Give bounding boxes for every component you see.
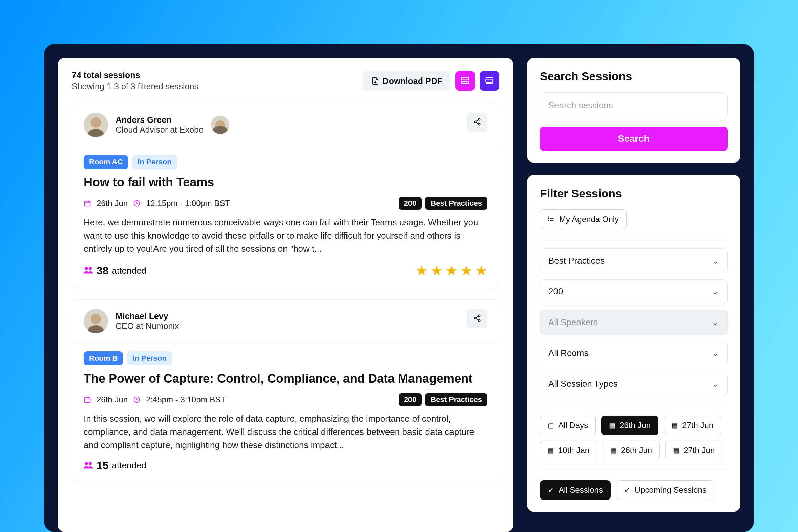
list-view-icon	[460, 76, 470, 86]
upcoming-sessions-button[interactable]: ✓ Upcoming Sessions	[616, 480, 714, 500]
sessions-summary: 74 total sessions Showing 1-3 of 3 filte…	[72, 70, 199, 91]
chevron-down-icon: ⌄	[712, 255, 719, 266]
svg-rect-0	[462, 77, 469, 79]
total-sessions-label: 74 total sessions	[72, 70, 199, 80]
divider	[540, 406, 728, 406]
svg-point-34	[549, 220, 549, 221]
svg-point-5	[478, 118, 480, 120]
session-description: Here, we demonstrate numerous conceivabl…	[84, 216, 487, 255]
list-icon	[548, 214, 555, 224]
svg-point-17	[478, 315, 480, 317]
day-filter-group: ▢ All Days ▤ 26th Jun ▤ 27th Jun ▤ 10th …	[540, 416, 728, 460]
svg-rect-22	[85, 398, 90, 403]
star-icon: ★	[446, 263, 458, 279]
day-label: 27th Jun	[682, 421, 713, 430]
chevron-down-icon: ⌄	[712, 348, 719, 358]
my-agenda-toggle[interactable]: My Agenda Only	[540, 209, 627, 229]
session-card: Michael Levy CEO at Numonix Room B In Pe…	[72, 299, 499, 482]
view-list-button[interactable]	[455, 71, 475, 91]
header-actions: Download PDF	[363, 71, 499, 91]
level-tag: 200	[399, 393, 422, 406]
day-filter[interactable]: ▤ 10th Jan	[540, 441, 597, 460]
calendar-icon: ▤	[672, 421, 678, 430]
rooms-select[interactable]: All Rooms ⌄	[540, 341, 728, 365]
view-grid-button[interactable]	[479, 71, 499, 91]
types-select-value: All Session Types	[548, 379, 618, 389]
app-frame: 74 total sessions Showing 1-3 of 3 filte…	[44, 44, 754, 532]
file-download-icon	[371, 77, 379, 85]
svg-point-19	[478, 320, 480, 321]
star-icon: ★	[460, 263, 472, 279]
chevron-down-icon: ⌄	[712, 379, 719, 389]
showing-label: Showing 1-3 of 3 filtered sessions	[72, 81, 199, 91]
sessions-panel: 74 total sessions Showing 1-3 of 3 filte…	[58, 58, 513, 532]
avatar	[211, 116, 229, 134]
people-icon	[84, 265, 93, 276]
svg-point-32	[549, 216, 549, 217]
card-view-icon	[485, 76, 494, 86]
divider	[72, 146, 499, 146]
svg-line-8	[476, 120, 478, 121]
download-pdf-button[interactable]: Download PDF	[363, 71, 451, 91]
rating-stars: ★ ★ ★ ★ ★	[416, 263, 487, 279]
speaker-group: Anders Green Cloud Advisor at Exobe	[84, 113, 229, 137]
day-filter[interactable]: ▤ 26th Jun	[601, 416, 658, 435]
calendar-icon: ▤	[548, 446, 554, 455]
search-button[interactable]: Search	[540, 127, 728, 151]
speakers-select[interactable]: All Speakers ⌄	[540, 310, 728, 335]
track-select[interactable]: Best Practices ⌄	[540, 248, 728, 273]
divider	[540, 239, 728, 239]
session-date: 26th Jun	[96, 199, 128, 208]
svg-point-7	[478, 123, 480, 125]
svg-point-16	[89, 267, 92, 270]
svg-rect-1	[462, 81, 469, 83]
svg-rect-10	[85, 201, 90, 206]
day-label: 27th Jun	[684, 446, 715, 455]
day-filter[interactable]: ▤ 27th Jun	[665, 441, 723, 460]
speaker-role: CEO at Numonix	[115, 321, 179, 331]
svg-point-6	[474, 121, 476, 122]
sessions-header: 74 total sessions Showing 1-3 of 3 filte…	[72, 70, 499, 91]
mode-chip: In Person	[132, 155, 177, 169]
upcoming-sessions-label: Upcoming Sessions	[635, 485, 707, 495]
day-filter[interactable]: ▤ 27th Jun	[664, 416, 721, 435]
attendance: 38 attended	[84, 265, 146, 277]
room-chip: Room AC	[84, 155, 128, 169]
speaker-name: Anders Green	[115, 115, 203, 125]
chevron-down-icon: ⌄	[712, 317, 719, 328]
check-icon: ✓	[624, 485, 631, 495]
search-input[interactable]	[540, 92, 728, 118]
all-sessions-button[interactable]: ✓ All Sessions	[540, 480, 611, 500]
share-icon	[473, 118, 481, 127]
rooms-select-value: All Rooms	[548, 348, 588, 358]
session-card: Anders Green Cloud Advisor at Exobe Room…	[72, 103, 499, 289]
day-filter[interactable]: ▤ 26th Jun	[602, 441, 660, 460]
star-icon: ★	[475, 263, 487, 279]
session-date: 26th Jun	[96, 395, 128, 404]
attendance: 15 attended	[84, 459, 146, 472]
track-tag: Best Practices	[425, 197, 487, 210]
divider	[540, 470, 728, 470]
svg-point-15	[85, 267, 88, 270]
session-time: 12:15pm - 1:00pm BST	[146, 199, 230, 208]
speaker-group: Michael Levy CEO at Numonix	[84, 309, 179, 333]
level-select[interactable]: 200 ⌄	[540, 279, 728, 304]
session-time: 2:45pm - 3:10pm BST	[146, 395, 225, 404]
level-select-value: 200	[548, 286, 563, 297]
track-tag: Best Practices	[425, 393, 487, 406]
calendar-icon: ▤	[609, 421, 615, 430]
level-tag: 200	[399, 197, 422, 210]
room-chip: Room B	[84, 351, 123, 365]
avatar	[84, 309, 108, 333]
share-button[interactable]	[467, 113, 487, 132]
search-title: Search Sessions	[540, 70, 728, 83]
session-scope-segment: ✓ All Sessions ✓ Upcoming Sessions	[540, 480, 728, 500]
attended-count: 15	[96, 459, 109, 472]
share-button[interactable]	[467, 309, 487, 328]
session-title: How to fail with Teams	[84, 175, 487, 190]
day-filter-all[interactable]: ▢ All Days	[540, 416, 596, 435]
star-icon: ★	[431, 263, 443, 279]
calendar-icon: ▢	[548, 421, 554, 430]
divider	[72, 342, 499, 342]
types-select[interactable]: All Session Types ⌄	[540, 372, 728, 396]
